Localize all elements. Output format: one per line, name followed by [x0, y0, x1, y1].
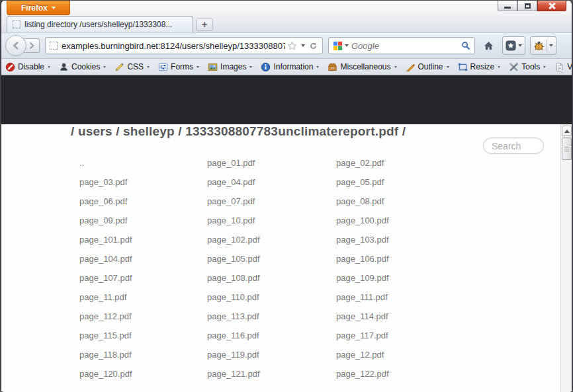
file-link[interactable]: page_100.pdf — [336, 216, 482, 225]
dev-toolbar-item-information[interactable]: Information — [261, 62, 319, 72]
dev-toolbar-item-label: Tools — [521, 62, 540, 71]
miscellaneous-icon — [328, 62, 337, 72]
file-link[interactable]: page_117.pdf — [336, 331, 482, 340]
file-link[interactable]: page_07.pdf — [207, 196, 336, 206]
url-bar — [45, 37, 323, 54]
css-icon — [114, 62, 124, 72]
dev-toolbar-item-cookies[interactable]: Cookies — [59, 62, 106, 72]
google-icon[interactable] — [333, 41, 343, 51]
file-link[interactable]: page_06.pdf — [79, 196, 207, 206]
file-link[interactable]: page_105.pdf — [207, 254, 336, 264]
firebug-button[interactable] — [530, 36, 556, 55]
dev-toolbar-item-label: Outline — [418, 62, 443, 71]
arrow-up-icon — [564, 130, 570, 133]
dev-toolbar-item-outline[interactable]: Outline — [406, 62, 449, 72]
tab-title: listing directory /users/shelleyp/133330… — [24, 20, 172, 29]
dev-toolbar-item-label: Images — [220, 62, 246, 71]
browser-search-input[interactable] — [351, 41, 461, 51]
file-link[interactable]: page_119.pdf — [207, 350, 336, 360]
dev-toolbar-item-disable[interactable]: Disable — [5, 62, 50, 72]
file-link[interactable]: page_03.pdf — [79, 177, 207, 187]
url-input[interactable] — [62, 41, 285, 51]
dev-toolbar-item-view-source[interactable]: View Source — [554, 62, 572, 72]
browser-search-bar — [328, 37, 475, 54]
file-link[interactable]: page_115.pdf — [79, 331, 207, 340]
bookmark-star-button[interactable] — [285, 41, 299, 51]
search-engine-caret-icon[interactable] — [345, 44, 349, 47]
page-search-input[interactable] — [483, 137, 544, 154]
dropdown-caret-icon — [394, 66, 397, 68]
file-link[interactable]: page_120.pdf — [79, 369, 207, 379]
file-link[interactable]: page_12.pdf — [336, 350, 482, 360]
chevron-down-icon — [518, 44, 522, 47]
file-link[interactable]: page_122.pdf — [336, 369, 482, 379]
tab-directory-listing[interactable]: listing directory /users/shelleyp/133330… — [7, 16, 193, 32]
magnifier-icon[interactable] — [461, 41, 470, 50]
file-link[interactable]: page_02.pdf — [336, 158, 482, 168]
file-link[interactable]: .. — [79, 158, 207, 168]
file-link[interactable]: page_104.pdf — [79, 254, 207, 264]
favicon-placeholder-icon — [13, 20, 21, 28]
file-link[interactable]: page_107.pdf — [79, 273, 207, 283]
file-link[interactable]: page_01.pdf — [207, 158, 336, 168]
bookmarks-menu-button[interactable] — [502, 36, 525, 55]
dev-toolbar-item-miscellaneous[interactable]: Miscellaneous — [328, 62, 396, 72]
chevron-down-icon — [301, 44, 305, 47]
close-button[interactable] — [537, 1, 566, 11]
file-link[interactable]: page_116.pdf — [207, 331, 336, 340]
maximize-button[interactable] — [517, 1, 537, 11]
file-link[interactable]: page_04.pdf — [207, 177, 336, 187]
dropdown-caret-icon — [48, 66, 50, 68]
file-link[interactable]: page_08.pdf — [336, 196, 482, 206]
dev-toolbar-item-tools[interactable]: Tools — [509, 62, 546, 72]
reload-button[interactable] — [307, 42, 320, 50]
scroll-up-button[interactable] — [562, 126, 572, 136]
tab-strip: listing directory /users/shelleyp/133330… — [1, 15, 572, 32]
star-icon — [287, 41, 297, 51]
firefox-app-button[interactable]: Firefox — [7, 1, 70, 15]
file-link[interactable]: page_103.pdf — [336, 235, 482, 245]
scrollbar-thumb[interactable] — [562, 137, 572, 160]
file-link[interactable]: page_05.pdf — [336, 177, 482, 187]
dev-toolbar-item-label: Forms — [171, 62, 193, 71]
file-link[interactable]: page_102.pdf — [207, 235, 336, 245]
dev-toolbar-item-label: Miscellaneous — [340, 62, 390, 71]
file-link[interactable]: page_112.pdf — [79, 311, 207, 321]
url-dropdown-button[interactable] — [299, 44, 307, 47]
file-link[interactable]: page_10.pdf — [207, 216, 336, 225]
file-link[interactable]: page_121.pdf — [207, 369, 336, 379]
web-developer-toolbar: DisableCookiesCSSFormsImagesInformationM… — [1, 59, 572, 75]
file-link[interactable]: page_118.pdf — [79, 350, 207, 360]
dropdown-caret-icon — [498, 66, 500, 68]
file-link[interactable]: page_110.pdf — [207, 292, 336, 302]
dev-toolbar-item-css[interactable]: CSS — [114, 62, 150, 72]
dropdown-caret-icon — [147, 66, 150, 68]
file-link[interactable]: page_109.pdf — [336, 273, 482, 283]
dev-toolbar-item-label: Information — [273, 62, 313, 71]
file-link[interactable]: page_106.pdf — [336, 254, 482, 264]
favicon-placeholder-icon — [50, 42, 58, 50]
minimize-button[interactable] — [498, 1, 517, 11]
images-icon — [208, 62, 218, 72]
vertical-scrollbar[interactable] — [560, 124, 572, 392]
home-button[interactable] — [480, 36, 498, 55]
page-viewport: / users / shelleyp / 1333308807783unclim… — [1, 124, 572, 392]
cookies-icon — [59, 62, 69, 72]
file-link[interactable]: page_113.pdf — [207, 311, 336, 321]
file-link[interactable]: page_114.pdf — [336, 311, 482, 321]
forward-arrow-icon — [28, 42, 36, 50]
close-icon — [548, 3, 556, 9]
file-link[interactable]: page_101.pdf — [79, 235, 207, 245]
dropdown-caret-icon — [447, 66, 449, 68]
dev-toolbar-item-images[interactable]: Images — [208, 62, 252, 72]
dev-toolbar-item-resize[interactable]: Resize — [458, 62, 501, 72]
file-link[interactable]: page_11.pdf — [79, 292, 207, 302]
dev-toolbar-item-forms[interactable]: Forms — [158, 62, 199, 72]
minimize-icon — [504, 7, 511, 9]
file-link[interactable]: page_108.pdf — [207, 273, 336, 283]
dropdown-caret-icon — [197, 66, 199, 68]
file-link[interactable]: page_111.pdf — [336, 292, 482, 302]
new-tab-button[interactable]: + — [196, 19, 213, 31]
back-button[interactable] — [5, 35, 26, 56]
file-link[interactable]: page_09.pdf — [79, 216, 207, 225]
